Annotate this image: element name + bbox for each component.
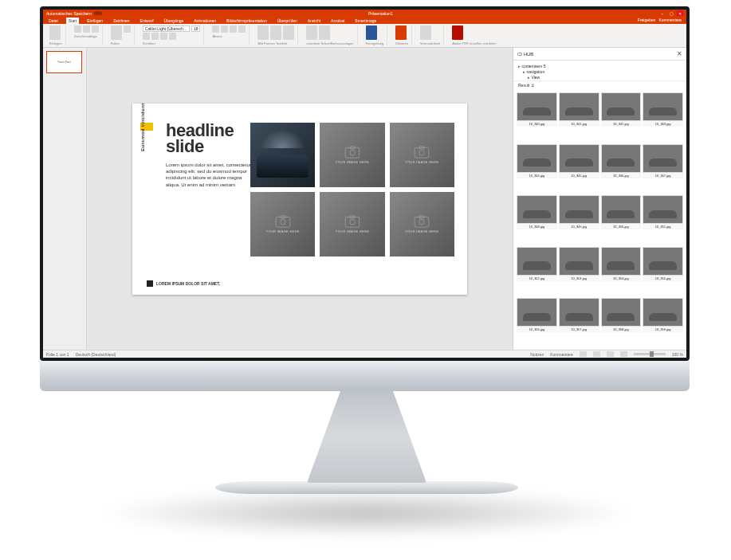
asset-item[interactable]: 10_355.jpg (643, 247, 683, 297)
panel-close-button[interactable]: ✕ (677, 50, 682, 57)
italic-icon[interactable] (151, 33, 159, 40)
panel-tree[interactable]: contentserv 5navigationView (513, 61, 686, 81)
asset-thumbnail[interactable] (601, 298, 642, 327)
view-reading-button[interactable] (607, 351, 614, 357)
tab-smartimage[interactable]: Smartimage (352, 18, 379, 24)
bold-icon[interactable] (143, 33, 150, 40)
asset-item[interactable]: 10_342.jpg (601, 92, 642, 143)
tab-start[interactable]: Start (66, 18, 80, 24)
tree-node-View[interactable]: View (518, 74, 682, 80)
new-slide-icon[interactable] (111, 25, 122, 40)
asset-thumbnail[interactable] (601, 144, 642, 173)
numbering-icon[interactable] (221, 25, 228, 33)
tab-bildschirmpräsentation[interactable]: Bildschirmpräsentation (224, 18, 269, 24)
asset-item[interactable]: 10_340.jpg (517, 92, 557, 143)
asset-thumbnail[interactable] (517, 92, 557, 121)
slide[interactable]: Euismod tincidunt headline slide Lorem i… (132, 104, 467, 295)
align-icon[interactable] (230, 25, 237, 33)
zoom-slider[interactable] (634, 353, 666, 355)
arrange-icon[interactable] (306, 25, 317, 40)
slide-canvas[interactable]: Euismod tincidunt headline slide Lorem i… (87, 48, 513, 350)
asset-item[interactable]: 10_352.jpg (517, 247, 557, 297)
asset-item[interactable]: 10_345.jpg (559, 144, 599, 194)
design-ideas-icon[interactable] (366, 25, 377, 40)
status-notes-button[interactable]: Notizen (530, 352, 544, 357)
asset-thumbnail[interactable] (517, 144, 557, 173)
format-painter-icon[interactable] (92, 25, 99, 33)
status-comments-button[interactable]: Kommentare (550, 352, 573, 357)
slide-image-1[interactable] (250, 123, 315, 187)
window-close-button[interactable]: ✕ (677, 10, 683, 16)
asset-item[interactable]: 10_357.jpg (559, 298, 599, 348)
tab-entwurf[interactable]: Entwurf (138, 18, 156, 24)
window-maximize-button[interactable]: ▢ (668, 10, 674, 16)
asset-item[interactable]: 10_354.jpg (601, 247, 642, 297)
dictate-icon[interactable] (395, 25, 407, 40)
view-slideshow-button[interactable] (620, 351, 627, 357)
asset-thumbnail[interactable] (559, 144, 599, 173)
tab-acrobat[interactable]: Acrobat (328, 18, 347, 24)
asset-thumbnail[interactable] (517, 298, 557, 327)
picture-icon[interactable] (257, 25, 269, 40)
asset-thumbnail[interactable] (559, 298, 599, 327)
asset-item[interactable]: 10_350.jpg (601, 195, 642, 245)
bullets-icon[interactable] (212, 25, 219, 33)
slide-thumbnail-1[interactable]: Power Point (46, 51, 82, 73)
slide-image-placeholder-6[interactable]: YOUR IMAGE HERE (390, 192, 454, 257)
slide-body-text[interactable]: Lorem ipsum dolor sit amet, consectetur … (166, 162, 253, 187)
asset-thumbnail[interactable] (601, 195, 642, 224)
asset-thumbnail[interactable] (643, 195, 683, 224)
tab-einfügen[interactable]: Einfügen (84, 18, 105, 24)
tab-übergänge[interactable]: Übergänge (162, 18, 187, 24)
font-name-dropdown[interactable]: Calibri Light (Übersch… (143, 25, 190, 32)
asset-item[interactable]: 10_358.jpg (601, 298, 642, 348)
asset-item[interactable]: 10_347.jpg (643, 144, 683, 194)
paste-icon[interactable] (49, 25, 61, 40)
font-size-dropdown[interactable]: 18 (191, 25, 201, 32)
cut-icon[interactable] (74, 25, 81, 33)
adobe-pdf-icon[interactable] (452, 25, 463, 40)
comments-button[interactable]: Kommentare (658, 18, 682, 22)
asset-item[interactable]: 10_343.jpg (643, 92, 683, 143)
layout-icon[interactable] (124, 25, 131, 33)
asset-item[interactable]: 10_351.jpg (643, 195, 683, 245)
tab-überprüfen[interactable]: Überprüfen (275, 18, 300, 24)
asset-item[interactable]: 10_349.jpg (559, 195, 599, 245)
tab-animationen[interactable]: Animationen (191, 18, 218, 24)
underline-icon[interactable] (160, 33, 167, 40)
asset-thumbnail[interactable] (517, 195, 557, 224)
asset-thumbnail[interactable] (559, 195, 599, 224)
asset-thumbnail[interactable] (559, 92, 599, 121)
sensitivity-icon[interactable] (420, 25, 431, 40)
copy-icon[interactable] (83, 25, 90, 33)
asset-item[interactable]: 10_353.jpg (559, 247, 599, 297)
asset-item[interactable]: 10_356.jpg (517, 298, 557, 348)
asset-thumbnail[interactable] (643, 144, 683, 173)
indent-icon[interactable] (238, 25, 246, 33)
asset-thumbnail[interactable] (643, 247, 683, 276)
asset-thumbnail[interactable] (601, 92, 642, 121)
asset-item[interactable]: 10_348.jpg (517, 195, 557, 245)
slide-image-placeholder-2[interactable]: YOUR IMAGE HERE (320, 123, 384, 187)
tree-node-contentserv[interactable]: contentserv 5 (518, 63, 682, 69)
slide-image-placeholder-5[interactable]: YOUR IMAGE HERE (320, 192, 384, 257)
asset-thumbnail[interactable] (559, 247, 599, 276)
asset-thumbnail[interactable] (517, 247, 557, 276)
asset-thumbnail[interactable] (601, 247, 642, 276)
asset-item[interactable]: 10_341.jpg (559, 92, 599, 143)
textbox-icon[interactable] (283, 25, 294, 40)
shapes-icon[interactable] (270, 25, 281, 40)
slide-image-placeholder-4[interactable]: YOUR IMAGE HERE (250, 192, 315, 257)
tab-zeichnen[interactable]: Zeichnen (111, 18, 132, 24)
tab-ansicht[interactable]: Ansicht (305, 18, 323, 24)
autosave-toggle[interactable] (94, 11, 102, 15)
share-button[interactable]: Freigeben (638, 18, 656, 22)
asset-thumbnail[interactable] (643, 298, 683, 327)
tree-node-navigation[interactable]: navigation (518, 69, 682, 74)
view-normal-button[interactable] (580, 351, 587, 357)
asset-thumbnail[interactable] (643, 92, 683, 121)
quickstyles-icon[interactable] (319, 25, 330, 40)
font-color-icon[interactable] (169, 33, 176, 40)
window-minimize-button[interactable]: – (659, 10, 666, 16)
view-sorter-button[interactable] (593, 351, 600, 357)
